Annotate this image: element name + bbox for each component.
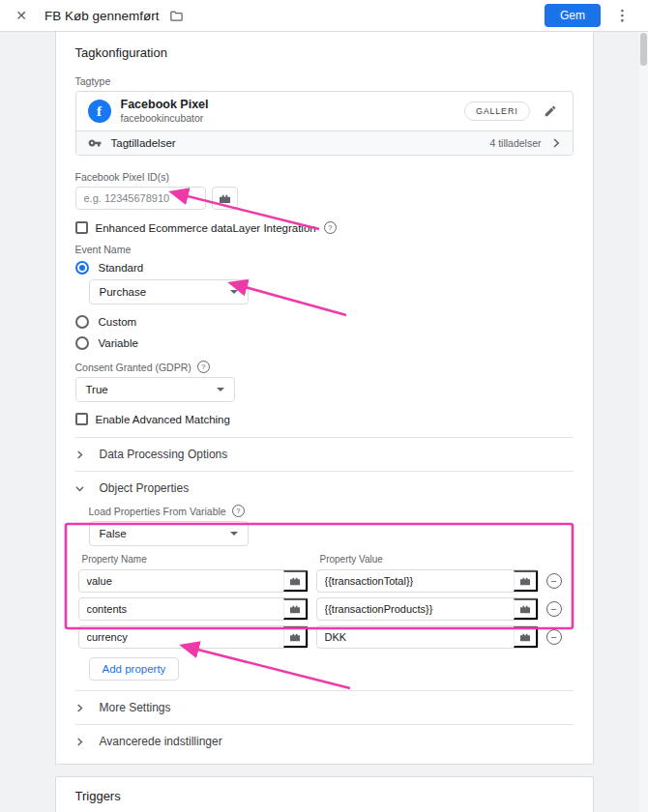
chevron-right-icon (75, 704, 84, 712)
tag-type-label: Tagtype (75, 75, 574, 87)
remove-row-icon[interactable]: − (546, 629, 562, 645)
advanced-settings-label: Avancerede indstillinger (100, 735, 222, 748)
more-settings-label: More Settings (100, 701, 171, 714)
load-properties-label: Load Properties From Variable (89, 506, 226, 517)
tag-type-vendor: facebookincubator (121, 112, 455, 125)
property-name-input[interactable] (79, 603, 283, 615)
property-value-input[interactable] (317, 631, 514, 643)
variable-picker-icon[interactable] (283, 598, 308, 620)
section-object-properties[interactable]: Object Properties (75, 471, 574, 505)
section-data-processing-options[interactable]: Data Processing Options (75, 437, 574, 471)
variable-picker-icon[interactable] (514, 598, 538, 620)
tag-configuration-title: Tagkonfiguration (75, 45, 574, 60)
object-properties-body: Load Properties From Variable ? False Pr… (75, 505, 574, 690)
property-value-header: Property Value (316, 554, 539, 565)
caret-down-icon (217, 388, 224, 392)
property-table: Property Name Property Value − − (78, 554, 574, 649)
chevron-down-icon (75, 484, 84, 493)
tag-type-row[interactable]: f Facebook Pixel facebookincubator GALLE… (76, 92, 573, 130)
ecommerce-checkbox-label: Enhanced Ecommerce dataLayer Integration (96, 222, 316, 234)
gallery-button[interactable]: GALLERI (464, 102, 530, 121)
property-value-input[interactable] (317, 575, 514, 587)
radio-standard[interactable] (75, 261, 89, 275)
event-option-custom[interactable]: Custom (75, 315, 574, 329)
add-property-button[interactable]: Add property (89, 657, 180, 681)
property-name-input[interactable] (79, 631, 283, 643)
pixel-id-label: Facebook Pixel ID(s) (75, 171, 574, 183)
property-name-header: Property Name (78, 554, 309, 565)
chevron-right-icon (75, 450, 84, 459)
radio-variable[interactable] (75, 336, 89, 350)
standard-event-select[interactable]: Purchase (89, 279, 249, 304)
object-properties-label: Object Properties (100, 481, 190, 495)
variable-picker-icon[interactable] (283, 626, 308, 648)
radio-custom[interactable] (75, 315, 89, 329)
ecommerce-checkbox-row: Enhanced Ecommerce dataLayer Integration… (75, 221, 574, 234)
chevron-right-icon (551, 138, 561, 148)
triggers-title: Triggers (75, 789, 574, 803)
advanced-matching-checkbox[interactable] (75, 413, 88, 425)
scrollbar-thumb[interactable] (640, 33, 647, 66)
tag-type-box: f Facebook Pixel facebookincubator GALLE… (75, 91, 574, 156)
table-row: − (78, 597, 574, 621)
advanced-matching-label: Enable Advanced Matching (96, 414, 230, 425)
radio-standard-label: Standard (99, 262, 144, 274)
tag-permissions-row[interactable]: Tagtilladelser 4 tilladelser (76, 130, 573, 155)
consent-label-row: Consent Granted (GDPR) ? (75, 361, 574, 373)
load-properties-select[interactable]: False (89, 521, 249, 546)
property-table-header: Property Name Property Value (78, 554, 574, 565)
remove-row-icon[interactable]: − (546, 573, 562, 589)
event-option-standard[interactable]: Standard (75, 261, 574, 275)
property-name-input[interactable] (79, 575, 283, 587)
triggers-card: Triggers Aktiverende triggers Køb gennem… (55, 776, 594, 812)
facebook-icon: f (88, 100, 111, 123)
event-option-variable[interactable]: Variable (75, 336, 574, 350)
chevron-right-icon (75, 738, 84, 746)
caret-down-icon (230, 532, 238, 536)
help-icon[interactable]: ? (197, 361, 210, 373)
event-name-label: Event Name (75, 244, 574, 255)
close-icon[interactable]: ✕ (14, 8, 29, 23)
help-icon[interactable]: ? (232, 505, 245, 517)
pixel-id-row (75, 187, 574, 210)
caret-down-icon (230, 290, 238, 294)
tag-permissions-label: Tagtilladelser (111, 137, 176, 149)
key-icon (88, 136, 102, 150)
advanced-matching-row: Enable Advanced Matching (75, 413, 574, 425)
tag-type-titles: Facebook Pixel facebookincubator (121, 98, 455, 126)
consent-value: True (86, 384, 108, 395)
variable-picker-icon[interactable] (514, 570, 538, 592)
load-properties-label-row: Load Properties From Variable ? (89, 505, 574, 517)
radio-variable-label: Variable (99, 337, 138, 349)
tag-permissions-count: 4 tilladelser (489, 137, 541, 149)
save-button[interactable]: Gem (545, 4, 601, 27)
page-title: FB Køb gennemført (44, 9, 160, 23)
scrollbar[interactable] (639, 32, 648, 812)
standard-event-value: Purchase (100, 286, 147, 298)
variable-picker-icon[interactable] (514, 626, 538, 648)
load-properties-value: False (100, 528, 127, 539)
table-row: − (78, 569, 574, 593)
consent-label: Consent Granted (GDPR) (75, 362, 191, 373)
table-row: − (78, 625, 574, 649)
tag-configuration-card: Tagkonfiguration Tagtype f Facebook Pixe… (55, 32, 594, 765)
section-more-settings[interactable]: More Settings (75, 690, 574, 724)
ecommerce-checkbox[interactable] (75, 221, 88, 234)
help-icon[interactable]: ? (324, 221, 337, 234)
edit-pencil-icon[interactable] (540, 101, 561, 122)
consent-select[interactable]: True (75, 377, 235, 402)
top-bar: ✕ FB Køb gennemført Gem ⋮ (0, 0, 648, 32)
section-advanced-settings[interactable]: Avancerede indstillinger (75, 724, 574, 754)
more-vert-icon[interactable]: ⋮ (610, 7, 634, 24)
pixel-id-input[interactable] (75, 187, 206, 210)
data-processing-label: Data Processing Options (100, 448, 228, 461)
remove-row-icon[interactable]: − (546, 601, 562, 617)
tag-type-name: Facebook Pixel (121, 98, 455, 113)
variable-picker-icon[interactable] (212, 187, 238, 210)
folder-icon[interactable] (169, 9, 184, 23)
variable-picker-icon[interactable] (283, 570, 308, 592)
radio-custom-label: Custom (99, 316, 137, 328)
property-value-input[interactable] (317, 603, 514, 615)
